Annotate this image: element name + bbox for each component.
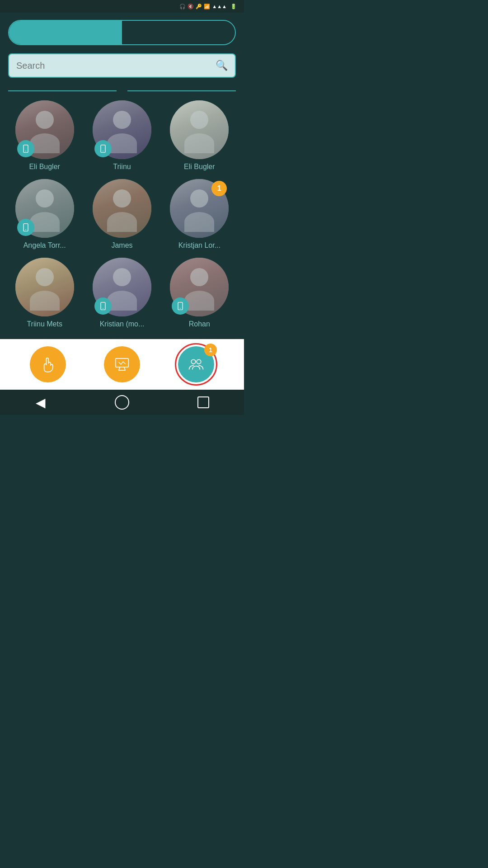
participant-cell-triinu2[interactable]: Triinu Mets <box>8 258 81 328</box>
avatar-eli2 <box>170 100 229 159</box>
mute-icon: 🔇 <box>188 4 194 9</box>
recents-icon <box>197 396 209 408</box>
participant-cell-eli1[interactable]: Eli Bugler <box>8 100 81 171</box>
signal-icon: ▲▲▲ <box>212 4 227 9</box>
tab-bar <box>8 20 236 45</box>
tab-participants[interactable] <box>9 21 122 44</box>
avatar-wrap-kristjan: 1 <box>170 179 229 238</box>
svg-point-11 <box>191 359 196 364</box>
back-icon: ◀ <box>36 395 46 410</box>
bottom-button-participants[interactable]: 1 <box>178 346 214 382</box>
device-badge-eli1 <box>17 140 34 157</box>
participant-name-angela: Angela Torr... <box>23 241 66 250</box>
participant-cell-kristian2[interactable]: Kristian (mo... <box>85 258 158 328</box>
search-icon: 🔍 <box>216 60 228 71</box>
svg-point-1 <box>25 151 26 151</box>
participant-cell-angela[interactable]: Angela Torr... <box>8 179 81 250</box>
avatar-image-eli2 <box>170 100 229 159</box>
svg-point-12 <box>197 359 201 364</box>
avatar-wrap-triinu2 <box>15 258 74 316</box>
participant-name-eli2: Eli Bugler <box>184 163 215 171</box>
bottom-button-raise-hand[interactable] <box>30 346 66 382</box>
bottom-badge-participants: 1 <box>204 344 217 356</box>
avatar-wrap-triinu <box>93 100 151 159</box>
svg-point-7 <box>103 308 103 309</box>
participant-name-kristian2: Kristian (mo... <box>100 320 145 328</box>
tab-my-view-chat[interactable] <box>122 21 235 44</box>
battery-icon: 🔋 <box>230 4 237 9</box>
device-badge-kristian2 <box>94 297 112 315</box>
audio-icon: 🎧 <box>179 4 186 9</box>
back-button[interactable]: ◀ <box>27 393 54 411</box>
avatar-wrap-james <box>93 179 151 238</box>
svg-rect-4 <box>23 224 28 231</box>
svg-point-3 <box>103 151 103 151</box>
status-icons: 🎧 🔇 🔑 📶 ▲▲▲ 🔋 <box>179 4 239 9</box>
participant-name-eli1: Eli Bugler <box>29 163 60 171</box>
device-badge-triinu <box>94 140 112 157</box>
avatar-wrap-rohan <box>170 258 229 316</box>
title-line-right <box>127 90 236 91</box>
participant-name-triinu2: Triinu Mets <box>27 320 62 328</box>
bottom-btn-wrap-present <box>104 346 140 382</box>
participant-name-triinu: Triinu <box>113 163 131 171</box>
participant-cell-james[interactable]: James <box>85 179 158 250</box>
participant-name-rohan: Rohan <box>189 320 210 328</box>
bottom-button-present[interactable] <box>104 346 140 382</box>
participant-cell-rohan[interactable]: Rohan <box>163 258 236 328</box>
avatar-wrap-eli1 <box>15 100 74 159</box>
avatar-wrap-kristian2 <box>93 258 151 316</box>
key-icon: 🔑 <box>196 4 202 9</box>
bottom-action-bar: 1 <box>0 339 244 390</box>
avatar-wrap-eli2 <box>170 100 229 159</box>
navigation-bar: ◀ <box>0 390 244 415</box>
svg-rect-2 <box>101 145 105 153</box>
participant-name-kristjan: Kristjan Lor... <box>178 241 221 250</box>
avatar-image-triinu2 <box>15 258 74 316</box>
device-badge-angela <box>17 219 34 236</box>
avatar-image-james <box>93 179 151 238</box>
participant-cell-kristjan[interactable]: 1Kristjan Lor... <box>163 179 236 250</box>
avatar-triinu2 <box>15 258 74 316</box>
bottom-btn-wrap-participants: 1 <box>178 346 214 382</box>
avatar-wrap-angela <box>15 179 74 238</box>
search-input[interactable] <box>16 61 216 71</box>
participants-grid: Eli BuglerTriinuEli BuglerAngela Torr...… <box>0 96 244 328</box>
section-header <box>8 90 236 91</box>
home-button[interactable] <box>108 393 136 411</box>
home-icon <box>115 395 129 410</box>
recents-button[interactable] <box>190 393 217 411</box>
avatar-james <box>93 179 151 238</box>
status-bar: 🎧 🔇 🔑 📶 ▲▲▲ 🔋 <box>0 0 244 13</box>
svg-rect-0 <box>23 145 28 153</box>
title-line-left <box>8 90 117 91</box>
wifi-icon: 📶 <box>204 4 210 9</box>
participant-cell-eli2[interactable]: Eli Bugler <box>163 100 236 171</box>
participant-name-james: James <box>111 241 132 250</box>
svg-point-9 <box>180 308 181 309</box>
svg-point-5 <box>25 229 26 230</box>
search-bar[interactable]: 🔍 <box>8 53 236 78</box>
bottom-btn-wrap-raise-hand <box>30 346 66 382</box>
participant-cell-triinu[interactable]: Triinu <box>85 100 158 171</box>
